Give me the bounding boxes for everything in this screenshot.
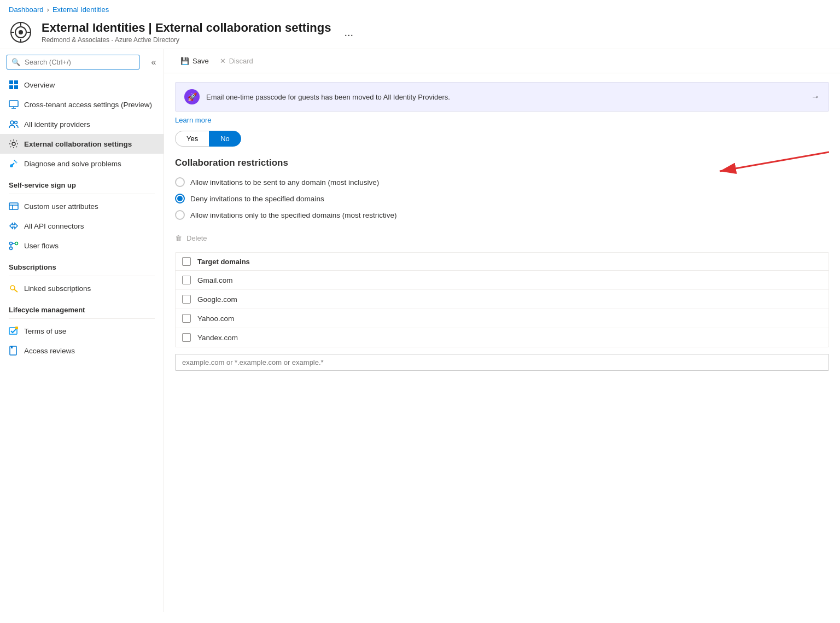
nav-section-lifecycle: Lifecycle management (0, 298, 164, 316)
sidebar-item-label: Access reviews (24, 347, 75, 355)
radio-any-domain[interactable]: Allow invitations to be sent to any doma… (175, 177, 829, 187)
section-title-row: Collaboration restrictions (175, 158, 829, 168)
domain-value: Google.com (197, 295, 237, 304)
user-flow-icon (9, 241, 19, 251)
row-checkbox-0[interactable] (182, 276, 191, 284)
discard-label: Discard (229, 57, 253, 65)
svg-rect-32 (11, 346, 13, 348)
table-row: Google.com (176, 290, 829, 309)
collapse-sidebar-button[interactable]: « (146, 55, 161, 70)
sidebar-item-label: External collaboration settings (24, 140, 132, 148)
breadcrumb-dashboard[interactable]: Dashboard (9, 5, 44, 14)
collaboration-restrictions-section: Collaboration restrictions Allow invitat… (164, 158, 840, 373)
delete-button[interactable]: 🗑 Delete (175, 231, 829, 246)
grid-icon (9, 80, 19, 90)
search-icon: 🔍 (11, 58, 20, 66)
more-options-button[interactable]: ... (344, 26, 353, 39)
monitor-icon (9, 100, 19, 109)
main-layout: 🔍 « Overview Cross-tenant access setting… (0, 49, 840, 612)
tools-icon (9, 159, 19, 168)
sidebar-item-cross-tenant[interactable]: Cross-tenant access settings (Preview) (0, 95, 164, 114)
svg-point-22 (10, 242, 13, 245)
sidebar-item-diagnose[interactable]: Diagnose and solve problems (0, 154, 164, 173)
sidebar: 🔍 « Overview Cross-tenant access setting… (0, 49, 164, 612)
svg-line-28 (14, 289, 18, 292)
page-header: External Identities | External collabora… (0, 16, 840, 49)
sidebar-item-linked-subs[interactable]: Linked subscriptions (0, 278, 164, 298)
discard-icon: ✕ (220, 57, 226, 65)
sidebar-item-terms-of-use[interactable]: Terms of use (0, 321, 164, 341)
domain-value: Gmail.com (197, 276, 233, 284)
sidebar-item-label: Linked subscriptions (24, 284, 91, 293)
sidebar-item-api-connectors[interactable]: All API connectors (0, 216, 164, 236)
table-icon (9, 201, 19, 211)
nav-scroll-area: Overview Cross-tenant access settings (P… (0, 75, 164, 612)
row-checkbox-1[interactable] (182, 295, 191, 304)
sidebar-item-label: All API connectors (24, 222, 84, 230)
search-input[interactable] (25, 58, 135, 66)
svg-rect-7 (14, 80, 18, 84)
delete-label: Delete (186, 234, 207, 242)
svg-point-15 (12, 142, 15, 145)
info-banner: 🚀 Email one-time passcode for guests has… (175, 82, 829, 112)
sidebar-item-custom-attrs[interactable]: Custom user attributes (0, 196, 164, 216)
sidebar-item-label: Overview (24, 81, 55, 89)
arrows-icon (9, 221, 19, 231)
radio-deny-specified[interactable]: Deny invitations to the specified domain… (175, 194, 829, 203)
sidebar-item-external-collab[interactable]: External collaboration settings (0, 134, 164, 154)
header-checkbox[interactable] (182, 257, 191, 266)
radio-group: Allow invitations to be sent to any doma… (175, 177, 829, 220)
svg-point-24 (10, 247, 13, 250)
svg-rect-19 (9, 203, 18, 209)
radio-allow-specified[interactable]: Allow invitations only to the specified … (175, 210, 829, 220)
svg-rect-9 (14, 85, 18, 89)
learn-more-link[interactable]: Learn more (175, 116, 829, 124)
people-icon (9, 119, 19, 129)
table-header: Target domains (176, 253, 829, 271)
sidebar-item-label: All identity providers (24, 120, 90, 129)
domain-input[interactable] (175, 354, 829, 371)
svg-point-13 (10, 121, 14, 124)
domains-table: Target domains Gmail.com Google.com Yaho… (175, 252, 829, 347)
svg-point-1 (19, 30, 23, 34)
svg-point-14 (15, 121, 18, 124)
radio-label-any: Allow invitations to be sent to any doma… (190, 178, 379, 187)
sidebar-item-overview[interactable]: Overview (0, 75, 164, 95)
sidebar-item-label: Cross-tenant access settings (Preview) (24, 101, 152, 109)
row-checkbox-3[interactable] (182, 333, 191, 342)
sidebar-item-label: User flows (24, 242, 59, 250)
svg-line-17 (14, 160, 17, 163)
toggle-yes-button[interactable]: Yes (175, 131, 209, 147)
sidebar-item-label: Diagnose and solve problems (24, 160, 121, 168)
sidebar-item-user-flows[interactable]: User flows (0, 236, 164, 255)
svg-point-23 (15, 242, 18, 245)
svg-rect-6 (9, 80, 13, 84)
svg-point-27 (10, 286, 15, 290)
breadcrumb: Dashboard › External Identities (0, 0, 840, 16)
sidebar-item-access-reviews[interactable]: Access reviews (0, 341, 164, 360)
key-icon (9, 283, 19, 293)
discard-button[interactable]: ✕ Discard (214, 54, 259, 68)
toggle-group: Yes No (175, 131, 829, 147)
banner-arrow: → (811, 92, 820, 102)
page-icon (9, 20, 33, 44)
breadcrumb-external-identities[interactable]: External Identities (52, 5, 109, 14)
row-checkbox-2[interactable] (182, 314, 191, 323)
nav-section-subscriptions: Subscriptions (0, 255, 164, 273)
svg-rect-8 (9, 85, 13, 89)
book-icon (9, 346, 19, 356)
search-box[interactable]: 🔍 (7, 55, 139, 69)
gear-icon (9, 139, 19, 149)
radio-circle-allow (175, 210, 185, 220)
svg-rect-10 (9, 101, 18, 107)
save-icon: 💾 (180, 57, 189, 65)
table-row: Yahoo.com (176, 309, 829, 328)
radio-label-allow: Allow invitations only to the specified … (190, 211, 396, 219)
nav-divider-1 (9, 194, 155, 194)
radio-circle-any (175, 177, 185, 187)
svg-rect-30 (15, 327, 18, 329)
save-button[interactable]: 💾 Save (175, 54, 214, 68)
toggle-no-button[interactable]: No (209, 131, 241, 147)
breadcrumb-separator: › (47, 5, 49, 14)
sidebar-item-identity-providers[interactable]: All identity providers (0, 114, 164, 134)
